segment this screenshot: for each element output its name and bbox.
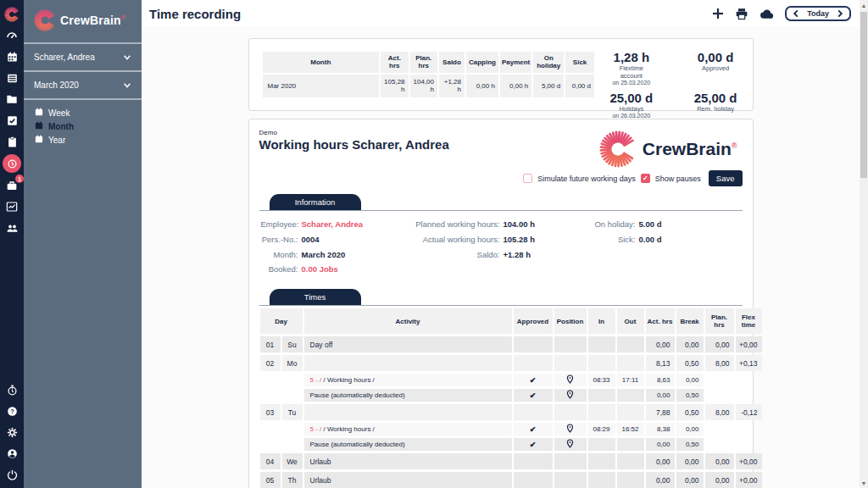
calendar-small-icon <box>35 135 43 145</box>
scrollbar: ▲ ▼ <box>860 0 868 488</box>
jobs-icon[interactable]: 1 <box>3 177 21 194</box>
flex-time-cell: +0,00 <box>736 336 762 352</box>
sidebar-view-week[interactable]: Week <box>35 108 142 118</box>
plan-hrs-cell: 8,00 <box>705 355 734 371</box>
company-label: Demo <box>259 129 449 136</box>
calendar-small-icon <box>35 121 43 131</box>
day-name-cell: We <box>282 453 303 469</box>
list-icon[interactable] <box>3 69 21 86</box>
break-cell: 0,00 <box>676 472 704 488</box>
cloud-icon[interactable] <box>760 8 774 19</box>
crewbrain-logo-icon[interactable] <box>3 6 21 23</box>
logout-icon[interactable] <box>3 466 21 483</box>
folder-icon[interactable] <box>3 91 21 108</box>
month-select[interactable]: March 2020 <box>24 72 142 98</box>
day-number-cell: 04 <box>260 453 281 469</box>
scrollbar-thumb[interactable] <box>860 12 867 178</box>
crewbrain-starburst-icon <box>34 9 56 31</box>
stopwatch-icon[interactable] <box>3 381 21 398</box>
in-cell <box>588 389 615 402</box>
table-row: 5 - / / Working hours /✔08:3317:118,630,… <box>260 374 762 386</box>
info-row: Saldo:+1.28 h <box>412 250 588 261</box>
time-recording-icon[interactable] <box>3 154 21 173</box>
approved-cell: ✔ <box>514 438 553 451</box>
day-number-cell: 02 <box>260 355 281 371</box>
activity-cell: Urlaub <box>304 453 512 469</box>
flex-time-cell: +0,13 <box>736 355 762 371</box>
activity-cell <box>304 404 512 420</box>
position-pin-icon <box>566 393 574 401</box>
sidebar-view-month[interactable]: Month <box>35 121 142 131</box>
month-select-value: March 2020 <box>34 80 79 90</box>
act-hrs-cell: 0,00 <box>646 438 675 451</box>
employee-select-value: Scharer, Andrea <box>34 53 95 62</box>
info-row: Booked:0.00 Jobs <box>261 264 412 275</box>
flex-time-cell: +0,00 <box>736 472 762 488</box>
add-icon[interactable] <box>712 8 724 19</box>
position-cell <box>554 374 587 386</box>
tab-information[interactable]: Information <box>270 194 361 210</box>
employee-select[interactable]: Scharer, Andrea <box>24 44 142 70</box>
card-header: Demo Working hours Scharer, Andrea CrewB… <box>259 129 743 168</box>
activity-cell: 5 - / / Working hours / <box>304 374 512 386</box>
sidebar-logo-text: CrewBrain® <box>60 14 125 27</box>
approved-check-icon: ✔ <box>530 376 537 385</box>
registered-mark: ® <box>121 14 125 20</box>
today-button[interactable]: Today <box>807 9 829 18</box>
info-column: Planned working hours:104.00 hActual wor… <box>412 219 588 275</box>
plan-hrs-cell: 0,00 <box>705 472 734 488</box>
crew-icon[interactable] <box>3 219 21 236</box>
help-icon[interactable]: ? <box>3 402 21 419</box>
position-cell <box>554 423 587 435</box>
table-row: 03Tu7,880,508,00-0,12 <box>260 404 762 420</box>
out-cell <box>617 389 644 402</box>
save-button[interactable]: Save <box>709 170 743 186</box>
break-cell: 0,50 <box>676 389 704 402</box>
approved-check-icon: ✔ <box>530 425 537 434</box>
position-pin-icon <box>566 378 574 385</box>
simulate-checkbox[interactable] <box>523 174 532 183</box>
chevron-left-icon[interactable] <box>793 9 799 18</box>
calendar-icon[interactable] <box>3 48 21 65</box>
info-row: Sick:0.00 d <box>588 235 724 246</box>
act-hrs-cell: 8,63 <box>646 374 675 386</box>
statistics-icon[interactable] <box>3 198 21 215</box>
simulate-label: Simulate future working days <box>537 175 636 183</box>
account-icon[interactable] <box>3 445 21 462</box>
show-pauses-checkbox[interactable] <box>641 174 650 183</box>
info-row: Actual working hours:105.28 h <box>412 235 588 246</box>
stat-approved: 0,00 d Approved <box>694 51 737 86</box>
out-cell <box>617 438 644 451</box>
tab-times[interactable]: Times <box>270 289 361 305</box>
print-icon[interactable] <box>735 8 748 20</box>
out-cell: 16:52 <box>617 423 644 435</box>
clipboard-icon[interactable] <box>3 133 21 150</box>
position-cell <box>554 438 587 451</box>
day-name-cell: Mo <box>282 355 303 371</box>
today-pager: Today <box>785 6 851 21</box>
activity-cell: 5 - / / Working hours / <box>304 423 512 435</box>
act-hrs-cell: 0,00 <box>646 453 675 469</box>
info-row: Planned working hours:104.00 h <box>412 219 588 230</box>
settings-icon[interactable] <box>3 424 21 441</box>
scroll-down-arrow[interactable]: ▼ <box>860 478 868 488</box>
break-cell: 0,50 <box>676 438 704 451</box>
sidebar-logo: CrewBrain® <box>24 0 142 42</box>
table-row: 01SuDay off0,000,000,00+0,00 <box>260 336 762 352</box>
scroll-up-arrow[interactable]: ▲ <box>860 0 868 10</box>
day-name-cell: Su <box>282 336 303 352</box>
activity-cell: Pause (automatically deducted) <box>304 438 512 451</box>
stat-flextime: 1,28 h Flextime account on 25.03.2020 <box>608 51 655 86</box>
sidebar-view-year[interactable]: Year <box>35 135 142 145</box>
flex-time-cell: +0,00 <box>736 453 762 469</box>
approved-cell: ✔ <box>514 423 553 435</box>
tasks-icon[interactable] <box>3 112 21 129</box>
table-row: 02Mo8,130,508,00+0,13 <box>260 355 762 371</box>
page-title: Time recording <box>149 7 241 21</box>
registered-mark: ® <box>732 141 737 150</box>
options-row: Simulate future working days Show pauses… <box>259 170 743 186</box>
in-cell <box>588 438 615 451</box>
dashboard-icon[interactable] <box>3 27 21 44</box>
chevron-right-icon[interactable] <box>837 9 843 18</box>
position-pin-icon <box>566 427 574 435</box>
